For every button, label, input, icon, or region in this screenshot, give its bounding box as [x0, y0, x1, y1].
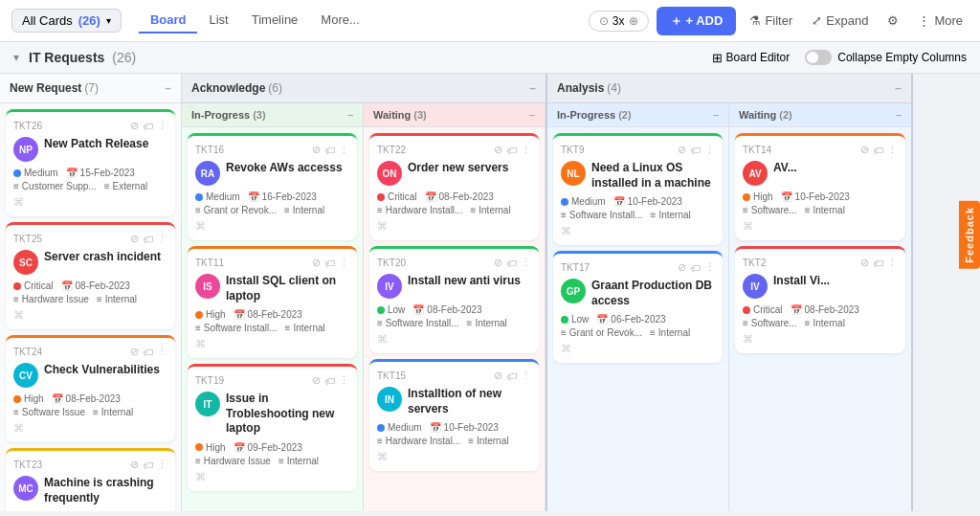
dots-icon[interactable]: ⋮	[157, 120, 167, 132]
block-icon[interactable]: ⊘	[130, 346, 139, 358]
dots-icon[interactable]: ⋮	[521, 257, 531, 269]
block-icon[interactable]: ⊘	[494, 370, 502, 382]
all-cards-label: All Cards	[22, 13, 73, 28]
filter-button[interactable]: ⚗ Filter	[744, 10, 798, 32]
dots-icon[interactable]: ⋮	[339, 374, 349, 387]
dots-icon[interactable]: ⋮	[157, 346, 167, 358]
tag-icon[interactable]: 🏷	[324, 258, 335, 269]
dots-icon[interactable]: ⋮	[157, 459, 167, 471]
count-badge[interactable]: ⊙ 3x ⊕	[589, 11, 649, 32]
tab-list[interactable]: List	[197, 8, 239, 34]
tag-icon[interactable]: 🏷	[143, 121, 153, 132]
inprogress-analysis-cards: TKT9 ⊘ 🏷 ⋮ NL Need a Linux OS installed …	[547, 127, 728, 511]
tag-icon[interactable]: 🏷	[873, 145, 883, 156]
card-tkt25[interactable]: TKT25 ⊘ 🏷 ⋮ SC Server crash incident	[6, 222, 175, 329]
dots-icon[interactable]: ⋮	[521, 144, 531, 156]
block-icon[interactable]: ⊘	[130, 233, 139, 245]
people-button[interactable]: ⚙	[881, 10, 904, 32]
more-button[interactable]: ⋮ More	[912, 10, 969, 32]
card-tkt11[interactable]: TKT11 ⊘ 🏷 ⋮ IS Install SQL client on lap…	[188, 246, 357, 358]
card-tkt22[interactable]: TKT22 ⊘ 🏷 ⋮ ON Order new servers	[369, 133, 539, 240]
tab-more[interactable]: More...	[309, 8, 370, 34]
feedback-tab[interactable]: Feedback	[959, 201, 980, 269]
toggle-switch[interactable]	[805, 50, 832, 65]
card-tkt14[interactable]: TKT14 ⊘ 🏷 ⋮ AV AV...	[735, 133, 905, 240]
subcol-minus[interactable]: –	[529, 109, 535, 121]
card-id: TKT20	[377, 258, 406, 268]
block-icon[interactable]: ⊘	[130, 120, 139, 132]
card-tkt17[interactable]: TKT17 ⊘ 🏷 ⋮ GP Graant Production DB acce…	[553, 251, 723, 363]
tag-icon[interactable]: 🏷	[506, 258, 517, 269]
avatar: IV	[743, 274, 768, 299]
tag-icon[interactable]: 🏷	[690, 145, 701, 156]
tab-board[interactable]: Board	[139, 8, 198, 34]
card-tkt9[interactable]: TKT9 ⊘ 🏷 ⋮ NL Need a Linux OS installed …	[553, 133, 723, 245]
subcol-waiting-ack: Waiting (3) – TKT22 ⊘ 🏷 ⋮	[364, 103, 546, 511]
shortcut-icon: ⌘	[561, 225, 571, 237]
card-id: TKT14	[743, 145, 771, 155]
plus-icon: ⊕	[629, 14, 638, 28]
subcol-minus[interactable]: –	[713, 109, 719, 121]
card-id: TKT2	[743, 258, 766, 268]
card-title: Issue in Trobleshooting new laptop	[226, 392, 349, 437]
block-icon[interactable]: ⊘	[860, 257, 869, 269]
group-minus-analysis[interactable]: –	[895, 81, 902, 95]
tag-icon[interactable]: 🏷	[873, 258, 883, 269]
avatar: SC	[13, 250, 38, 275]
all-cards-button[interactable]: All Cards (26) ▾	[11, 9, 122, 33]
tag-icon[interactable]: 🏷	[324, 375, 335, 387]
subcol-minus[interactable]: –	[896, 109, 902, 121]
dots-icon[interactable]: ⋮	[521, 370, 531, 382]
group-analysis: Analysis (4) – In-Progress (2) –	[547, 74, 913, 511]
block-icon[interactable]: ⊘	[860, 144, 869, 156]
people-icon: ⚙	[887, 13, 899, 28]
card-tkt15[interactable]: TKT15 ⊘ 🏷 ⋮ IN Installtion of new server…	[369, 359, 539, 471]
card-tkt16[interactable]: TKT16 ⊘ 🏷 ⋮ RA Revoke AWs accesss	[188, 133, 357, 240]
dots-icon[interactable]: ⋮	[339, 257, 349, 269]
dots-icon[interactable]: ⋮	[704, 261, 715, 274]
card-tkt2[interactable]: TKT2 ⊘ 🏷 ⋮ IV Install Vi...	[735, 246, 905, 353]
collapse-icon[interactable]: ▾	[13, 51, 19, 64]
subcol-minus[interactable]: –	[347, 109, 353, 121]
dots-icon[interactable]: ⋮	[704, 144, 715, 156]
dots-icon[interactable]: ⋮	[887, 257, 898, 269]
shortcut-icon: ⌘	[195, 220, 206, 233]
board-editor-button[interactable]: ⊞ Board Editor	[712, 51, 791, 65]
expand-button[interactable]: ⤢ Expand	[806, 10, 874, 32]
dots-icon[interactable]: ⋮	[339, 144, 349, 156]
card-title: Machine is crashing frequently	[44, 476, 167, 505]
block-icon[interactable]: ⊘	[130, 459, 139, 471]
tag-icon[interactable]: 🏷	[324, 145, 335, 156]
block-icon[interactable]: ⊘	[678, 144, 686, 156]
group-minus-acknowledge[interactable]: –	[529, 81, 536, 95]
card-tkt20[interactable]: TKT20 ⊘ 🏷 ⋮ IV Install new anti virus	[369, 246, 539, 353]
card-tkt26[interactable]: TKT26 ⊘ 🏷 ⋮ NP New Patch Release Me	[6, 109, 175, 216]
block-icon[interactable]: ⊘	[312, 374, 321, 387]
tag-icon[interactable]: 🏷	[143, 460, 153, 471]
tag-icon[interactable]: 🏷	[506, 370, 517, 382]
avatar: IS	[195, 274, 220, 299]
tag-icon[interactable]: 🏷	[143, 347, 153, 358]
tag-icon[interactable]: 🏷	[506, 145, 517, 156]
card-tkt24[interactable]: TKT24 ⊘ 🏷 ⋮ CV Check Vulnerabilities	[6, 335, 175, 442]
tag-icon[interactable]: 🏷	[690, 262, 701, 274]
all-cards-count: (26)	[78, 13, 100, 28]
card-tkt23[interactable]: TKT23 ⊘ 🏷 ⋮ MC Machine is crashing frequ…	[6, 448, 175, 511]
block-icon[interactable]: ⊘	[494, 257, 502, 269]
tab-timeline[interactable]: Timeline	[240, 8, 310, 34]
card-tkt19[interactable]: TKT19 ⊘ 🏷 ⋮ IT Issue in Trobleshooting n…	[188, 364, 357, 491]
block-icon[interactable]: ⊘	[494, 144, 502, 156]
avatar: IN	[377, 387, 402, 412]
add-button[interactable]: ＋ + ADD	[657, 7, 737, 35]
block-icon[interactable]: ⊘	[312, 257, 321, 269]
card-id: TKT25	[13, 234, 42, 244]
tag-icon[interactable]: 🏷	[143, 234, 153, 245]
collapse-toggle[interactable]: Collapse Empty Columns	[805, 50, 967, 65]
waiting-ack-cards: TKT22 ⊘ 🏷 ⋮ ON Order new servers	[364, 127, 545, 511]
col-minus-new-request[interactable]: –	[165, 81, 171, 95]
dots-icon[interactable]: ⋮	[887, 144, 898, 156]
dots-icon[interactable]: ⋮	[157, 233, 167, 245]
avatar: MC	[13, 476, 38, 501]
block-icon[interactable]: ⊘	[678, 261, 686, 274]
block-icon[interactable]: ⊘	[312, 144, 321, 156]
